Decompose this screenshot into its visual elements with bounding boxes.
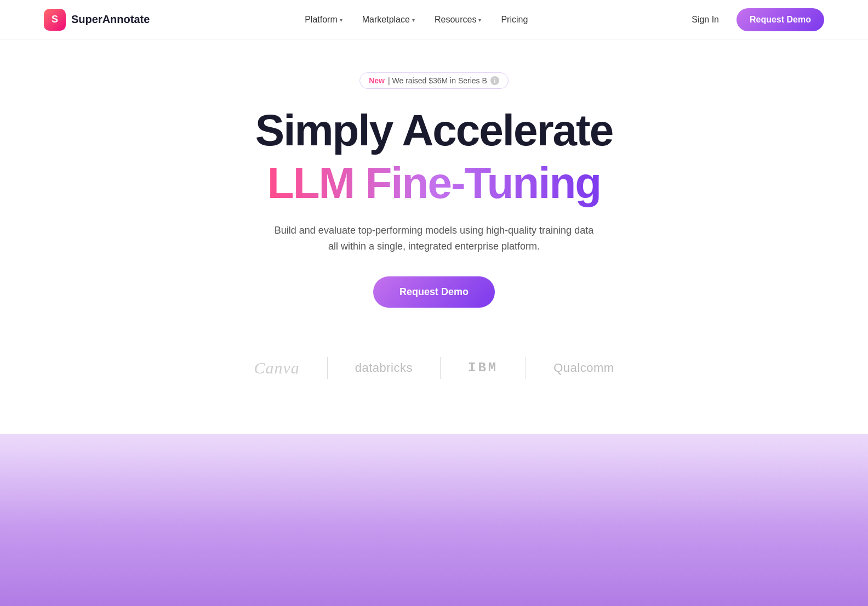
nav-right: Sign In Request Demo [683, 8, 824, 31]
nav-marketplace[interactable]: Marketplace ▾ [355, 10, 422, 29]
nav-pricing[interactable]: Pricing [493, 10, 535, 29]
logo-area[interactable]: S SuperAnnotate [44, 9, 150, 31]
canva-logo: Canva [226, 359, 327, 377]
nav-platform[interactable]: Platform ▾ [297, 10, 350, 29]
logo-icon: S [44, 9, 66, 31]
content-area: S SuperAnnotate Platform ▾ Marketplace ▾… [0, 0, 868, 434]
databricks-logo: databricks [328, 361, 440, 375]
hero-subtitle: Build and evaluate top-performing models… [270, 223, 598, 254]
info-icon: i [490, 76, 499, 85]
sign-in-button[interactable]: Sign In [683, 10, 728, 29]
platform-chevron-icon: ▾ [340, 17, 342, 23]
announcement-text: | We raised $36M in Series B [388, 76, 487, 85]
resources-chevron-icon: ▾ [478, 17, 481, 23]
hero-title-line1: Simply Accelerate [255, 106, 613, 155]
qualcomm-logo: Qualcomm [526, 361, 641, 375]
hero-section: New | We raised $36M in Series B i Simpl… [0, 39, 868, 434]
announcement-new-label: New [369, 76, 385, 85]
nav-resources[interactable]: Resources ▾ [427, 10, 489, 29]
hero-title-line2: LLM Fine-Tuning [267, 159, 601, 207]
logo-name: SuperAnnotate [71, 13, 150, 26]
logos-section: Canva databricks IBM Qualcomm [182, 346, 685, 412]
announcement-badge[interactable]: New | We raised $36M in Series B i [359, 72, 509, 89]
ibm-logo: IBM [441, 360, 526, 375]
hero-cta-button[interactable]: Request Demo [373, 276, 495, 308]
navigation: S SuperAnnotate Platform ▾ Marketplace ▾… [0, 0, 868, 39]
marketplace-chevron-icon: ▾ [412, 17, 415, 23]
nav-links: Platform ▾ Marketplace ▾ Resources ▾ Pri… [297, 10, 535, 29]
page-wrapper: S SuperAnnotate Platform ▾ Marketplace ▾… [0, 0, 868, 606]
nav-request-demo-button[interactable]: Request Demo [736, 8, 824, 31]
